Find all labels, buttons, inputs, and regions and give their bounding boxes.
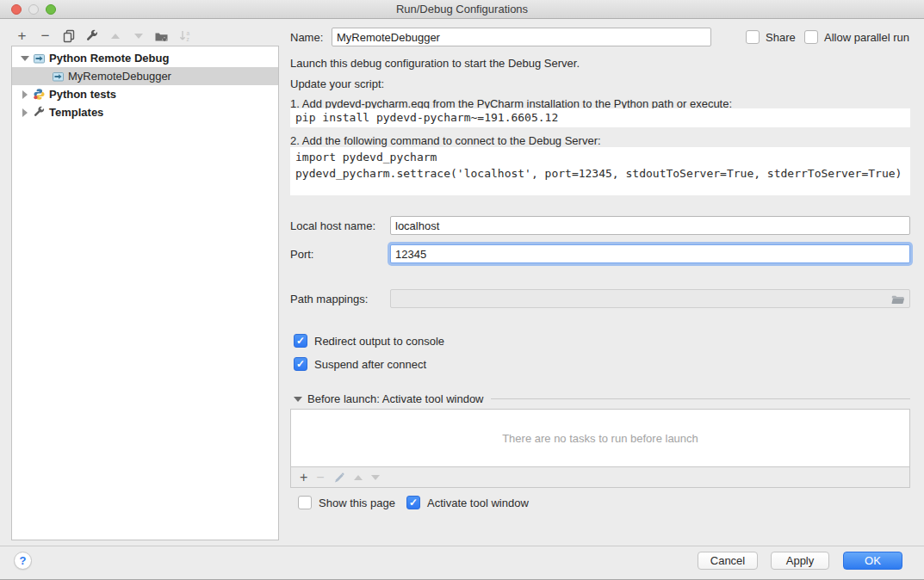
python-icon bbox=[33, 88, 46, 101]
port-label: Port: bbox=[290, 248, 313, 261]
move-down-icon bbox=[134, 34, 143, 39]
add-task-icon[interactable]: + bbox=[300, 470, 307, 484]
name-input[interactable] bbox=[332, 28, 711, 46]
redirect-output-checkbox[interactable] bbox=[294, 334, 307, 348]
copy-icon bbox=[62, 29, 76, 43]
edit-templates-wrench-icon bbox=[85, 29, 99, 43]
port-input[interactable] bbox=[390, 244, 910, 263]
close-window-button[interactable] bbox=[11, 4, 22, 15]
svg-text:z: z bbox=[186, 36, 189, 42]
remote-debug-icon bbox=[33, 52, 46, 65]
before-launch-header[interactable]: Before launch: Activate tool window bbox=[294, 392, 910, 405]
titlebar: Run/Debug Configurations bbox=[0, 0, 924, 19]
help-button[interactable]: ? bbox=[14, 552, 32, 570]
chevron-expanded-icon[interactable] bbox=[20, 56, 30, 61]
remove-task-icon: − bbox=[316, 470, 324, 484]
new-folder-button[interactable] bbox=[152, 27, 171, 45]
add-configuration-button[interactable]: + bbox=[12, 27, 32, 45]
collapse-section-icon[interactable] bbox=[294, 397, 302, 402]
minimize-window-button bbox=[28, 4, 39, 15]
remove-configuration-button[interactable]: − bbox=[35, 27, 55, 45]
window-title: Run/Debug Configurations bbox=[0, 0, 924, 18]
tree-item-label: MyRemoteDebugger bbox=[68, 70, 171, 83]
tree-item-label: Python Remote Debug bbox=[49, 52, 169, 65]
run-debug-configurations-dialog: Run/Debug Configurations + − bbox=[0, 0, 924, 580]
new-folder-icon bbox=[154, 29, 169, 43]
settrace-code: import pydevd_pycharmpydevd_pycharm.sett… bbox=[290, 147, 910, 195]
code-line: pydevd_pycharm.settrace('localhost', por… bbox=[295, 165, 905, 182]
instruction-step-2: 2. Add the following command to connect … bbox=[290, 134, 601, 147]
task-toolbar: + − bbox=[290, 467, 910, 488]
local-host-name-input[interactable] bbox=[390, 216, 910, 235]
before-launch-task-list[interactable]: There are no tasks to run before launch bbox=[290, 409, 910, 467]
copy-configuration-button[interactable] bbox=[59, 27, 78, 45]
sort-configurations-button: a z bbox=[175, 27, 195, 45]
edit-task-pencil-icon bbox=[333, 472, 345, 484]
tree-item-label: Python tests bbox=[49, 88, 116, 101]
zoom-window-button[interactable] bbox=[46, 4, 56, 15]
edit-templates-button[interactable] bbox=[82, 27, 102, 45]
move-up-icon bbox=[111, 34, 120, 39]
move-down-button bbox=[128, 27, 148, 45]
chevron-collapsed-icon[interactable] bbox=[20, 108, 30, 117]
folder-icon bbox=[890, 293, 905, 305]
wrench-icon bbox=[33, 106, 46, 119]
allow-parallel-run-label: Allow parallel run bbox=[824, 31, 909, 44]
empty-task-list-text: There are no tasks to run before launch bbox=[502, 432, 698, 445]
redirect-output-label: Redirect output to console bbox=[314, 335, 444, 348]
apply-button[interactable]: Apply bbox=[771, 552, 829, 570]
task-up-icon bbox=[354, 475, 363, 480]
instruction-line-2: Update your script: bbox=[290, 77, 384, 90]
show-this-page-checkbox[interactable] bbox=[298, 496, 312, 509]
local-host-name-label: Local host name: bbox=[290, 219, 375, 232]
cancel-button[interactable]: Cancel bbox=[698, 552, 758, 570]
suspend-after-connect-label: Suspend after connect bbox=[314, 358, 426, 371]
question-mark-icon: ? bbox=[20, 554, 27, 567]
tree-item-python-remote-debug[interactable]: Python Remote Debug bbox=[12, 49, 278, 67]
show-this-page-label: Show this page bbox=[319, 497, 395, 509]
suspend-after-connect-checkbox[interactable] bbox=[294, 357, 307, 371]
remove-icon: − bbox=[41, 28, 50, 43]
remote-debug-icon bbox=[52, 70, 65, 83]
task-down-icon bbox=[371, 475, 380, 480]
pip-install-code: pip install pydevd-pycharm~=191.6605.12 bbox=[290, 108, 910, 127]
ok-button[interactable]: OK bbox=[843, 552, 902, 570]
name-label: Name: bbox=[290, 31, 323, 44]
share-checkbox[interactable] bbox=[746, 30, 760, 44]
before-launch-title: Before launch: Activate tool window bbox=[307, 392, 484, 405]
svg-text:a: a bbox=[186, 29, 189, 35]
allow-parallel-run-checkbox[interactable] bbox=[804, 30, 818, 44]
tree-item-myremotedebugger[interactable]: MyRemoteDebugger bbox=[12, 67, 278, 85]
code-line: import pydevd_pycharm bbox=[295, 149, 905, 165]
tree-item-templates[interactable]: Templates bbox=[12, 103, 278, 121]
activate-tool-window-checkbox[interactable] bbox=[406, 496, 420, 509]
share-label: Share bbox=[766, 31, 796, 44]
instruction-line-1: Launch this debug configuration to start… bbox=[290, 57, 580, 70]
sort-alphabetically-icon: a z bbox=[178, 29, 192, 43]
configurations-tree: Python Remote Debug MyRemoteDebugger bbox=[11, 46, 279, 540]
tree-item-label: Templates bbox=[49, 106, 103, 119]
chevron-collapsed-icon[interactable] bbox=[20, 90, 30, 99]
activate-tool-window-label: Activate tool window bbox=[427, 497, 529, 509]
add-icon: + bbox=[18, 28, 27, 43]
path-mappings-input bbox=[390, 289, 910, 308]
configurations-toolbar: + − bbox=[12, 26, 279, 46]
move-up-button bbox=[105, 27, 125, 45]
path-mappings-label: Path mappings: bbox=[290, 293, 368, 305]
tree-item-python-tests[interactable]: Python tests bbox=[12, 85, 278, 103]
